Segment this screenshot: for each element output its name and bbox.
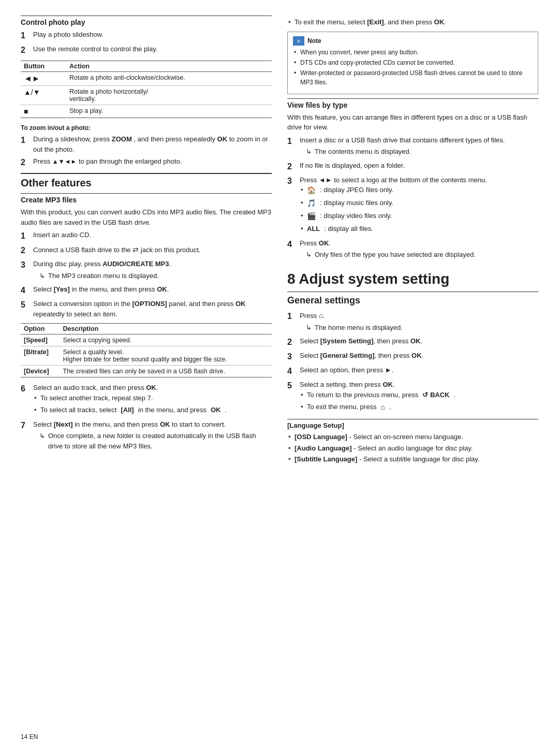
right-column: To exit the menu, select [Exit], and the… [287,16,538,467]
step-text: Insert an audio CD. [33,230,272,242]
language-setup-title: [Language Setup] [287,421,538,429]
arrow-text: The contents menu is displayed. [315,147,411,157]
step-text: Press ⌂. ↳The home menu is displayed. [300,310,538,335]
desc-cell: Select a quality level.Higher bitrate fo… [60,346,272,366]
step-item: 2 Press ▲▼◄► to pan through the enlarged… [21,156,272,169]
button-cell: ▲/▼ [21,86,66,105]
step-num: 2 [21,44,29,56]
step-item: 1 During a slideshow, press ZOOM , and t… [21,134,272,154]
arrow-text: The home menu is displayed. [315,323,403,333]
step-item: 4 Press OK. ↳Only files of the type you … [287,238,538,261]
table-header-option: Option [21,324,60,335]
section-divider-mp3 [21,193,272,194]
step-sub-bullets: To return to the previous menu, press ↺ … [300,390,538,413]
table-row: ◄► Rotate a photo anti-clockwise/clockwi… [21,72,272,86]
step-text: Select [General Setting], then press OK. [300,351,538,363]
step-num: 3 [21,259,29,282]
create-mp3-steps: 1 Insert an audio CD. 2 Connect a USB fl… [21,230,272,319]
step-text: Select [Yes] in the menu, and then press… [33,284,272,297]
bullet-item: 🏠: display JPEG files only. [300,185,538,196]
step-num: 1 [287,310,296,335]
step-item: 7 Select [Next] in the menu, and then pr… [21,419,272,453]
table-header-action: Action [66,61,272,72]
view-files-title: View files by type [287,101,538,109]
note-box: ≡ Note When you convert, never press any… [287,32,538,94]
step-item: 4 Select an option, then press ►. [287,365,538,377]
step-num: 2 [287,336,296,348]
page-footer: 14 EN [21,733,38,740]
note-item: Writer-protected or password-protected U… [293,68,533,87]
zoom-header: To zoom in/out a photo: [21,123,272,133]
step-item: 2 Select [System Setting], then press OK… [287,336,538,348]
bullet-item: 🎬: display video files only. [300,211,538,222]
table-row: [Device] The created files can only be s… [21,366,272,377]
step-text: Select [System Setting], then press OK. [300,336,538,348]
desc-cell: The created files can only be saved in a… [60,366,272,377]
arrow-text: Once complete, a new folder is created a… [48,431,272,451]
action-cell: Stop a play. [66,105,272,118]
button-action-table: Button Action ◄► Rotate a photo anti-clo… [21,61,272,118]
step-text: Select an audio track, and then press OK… [33,383,272,417]
button-cell: ◄► [21,72,66,86]
step-text: Use the remote control to control the pl… [33,44,272,56]
step-item: 5 Select a conversion option in the [OPT… [21,299,272,319]
section-divider-language [287,419,538,419]
step-text: Select an option, then press ►. [300,365,538,377]
arrow-text: Only files of the type you have selected… [315,250,476,260]
left-column: Control photo play 1 Play a photo slides… [21,16,272,467]
table-row: ■ Stop a play. [21,105,272,118]
step-text: Play a photo slideshow. [33,30,272,42]
bullet-item: To select all tracks, select [All] in th… [33,405,272,415]
step-num: 3 [287,351,296,363]
step-item: 3 Press ◄► to select a logo at the botto… [287,175,538,236]
arrow-text: The MP3 creation menu is displayed. [48,271,159,281]
step-item: 6 Select an audio track, and then press … [21,383,272,417]
step-num: 4 [287,238,296,261]
button-cell: ■ [21,105,66,118]
step-num: 2 [21,156,29,169]
step-item: 5 Select a setting, then press OK. To re… [287,380,538,415]
bullet-item: To select another track, repeat step 7. [33,393,272,403]
step-text: During disc play, press AUDIO/CREATE MP3… [33,259,272,282]
step-text: Press ◄► to select a logo at the bottom … [300,175,538,236]
language-item: [OSD Language] - Select an on-screen men… [287,432,538,442]
step-num: 3 [287,175,296,236]
language-items: [OSD Language] - Select an on-screen men… [287,432,538,464]
step-item: 2 If no file is displayed, open a folder… [287,161,538,173]
step-item: 3 During disc play, press AUDIO/CREATE M… [21,259,272,282]
note-icon: ≡ [293,36,304,46]
language-item: [Subtitle Language] - Select a subtitle … [287,454,538,464]
action-cell: Rotate a photo anti-clockwise/clockwise. [66,72,272,86]
step-text: If no file is displayed, open a folder. [300,161,538,173]
table-row: ▲/▼ Rotate a photo horizontally/vertical… [21,86,272,105]
step-text: Press OK. ↳Only files of the type you ha… [300,238,538,261]
step-item: 1 Press ⌂. ↳The home menu is displayed. [287,310,538,335]
step-num: 1 [287,135,296,158]
action-cell: Rotate a photo horizontally/vertically. [66,86,272,105]
adjust-title: 8 Adjust system setting [287,271,538,287]
other-features-title: Other features [21,173,272,189]
step-item: 1 Insert an audio CD. [21,230,272,242]
step-text: Select a conversion option in the [OPTIO… [33,299,272,319]
step-num: 1 [21,230,29,242]
step-item: 4 Select [Yes] in the menu, and then pre… [21,284,272,297]
create-mp3-steps-2: 6 Select an audio track, and then press … [21,383,272,453]
bullet-item: To exit the menu, select [Exit], and the… [287,17,538,27]
note-item: DTS CDs and copy-protected CDs cannot be… [293,58,533,67]
section-divider-control [21,16,272,16]
bullet-item: To exit the menu, press ⌂. [300,402,538,413]
bullet-item: ALL: display all files. [300,224,538,234]
control-photo-steps: 1 Play a photo slideshow. 2 Use the remo… [21,30,272,56]
table-header-button: Button [21,61,66,72]
view-files-steps: 1 Insert a disc or a USB flash drive tha… [287,135,538,261]
view-files-desc: With this feature, you can arrange files… [287,112,538,133]
top-bullets: To exit the menu, select [Exit], and the… [287,17,538,27]
option-cell: [Speed] [21,335,60,346]
step-num: 7 [21,419,29,453]
control-photo-title: Control photo play [21,18,272,26]
step-text: Select [Next] in the menu, and then pres… [33,419,272,453]
note-label: Note [307,37,321,45]
language-item: [Audio Language] - Select an audio langu… [287,443,538,454]
step-num: 5 [287,380,296,415]
step-item: 1 Play a photo slideshow. [21,30,272,42]
